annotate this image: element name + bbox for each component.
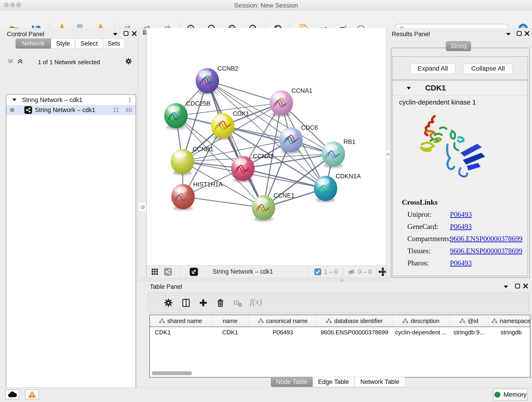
crosslink-link[interactable]: 9606.ENSP00000378699 — [450, 235, 522, 243]
add-column-icon[interactable] — [198, 298, 208, 308]
cell-namespace[interactable]: stringdb — [488, 329, 530, 336]
network-list: String Network – cdk1 1 String Network –… — [6, 95, 136, 402]
function-builder-icon: f(x) — [250, 297, 262, 307]
crosslink-label: Compartments: — [407, 235, 451, 243]
node-CCNB2[interactable] — [196, 68, 219, 95]
tab-network-table[interactable]: Network Table — [355, 377, 405, 387]
show-columns-icon[interactable] — [181, 298, 191, 308]
table-settings-gear-icon[interactable] — [163, 298, 173, 308]
table-horizontal-scrollbar[interactable] — [152, 371, 192, 375]
delete-column-trash-icon[interactable] — [215, 298, 225, 308]
gene-expander-icon[interactable] — [406, 87, 411, 90]
cell-shared-name[interactable]: CDK1 — [150, 329, 211, 336]
tab-node-table[interactable]: Node Table — [271, 377, 312, 387]
gene-symbol: CDK1 — [425, 84, 446, 92]
node-CDKN1A[interactable] — [314, 176, 337, 202]
gene-section-header[interactable]: CDK1 — [393, 81, 527, 96]
control-panel: Control Panel NetworkStyleSelectSets 1 o… — [0, 28, 138, 387]
panel-float-icon[interactable] — [123, 31, 129, 36]
network-collection-row[interactable]: String Network – cdk1 1 — [6, 95, 136, 105]
grid-view-icon[interactable] — [152, 269, 158, 275]
results-gene-section: CDK1 cyclin-dependent kinase 1 — [392, 80, 528, 276]
window-title: Session: New Session — [0, 2, 532, 9]
panel-close-icon[interactable] — [132, 31, 137, 36]
cloud-button[interactable] — [5, 389, 19, 400]
network-row-selected[interactable]: String Network – cdk1 11 48 — [6, 105, 136, 115]
crosslink-label: Pharos: — [407, 259, 429, 267]
column-header-canonical-name[interactable]: canonical name — [249, 315, 317, 327]
detach-view-icon[interactable] — [190, 268, 198, 277]
node-label-RB1: RB1 — [343, 138, 355, 145]
panel-close-icon[interactable] — [524, 31, 530, 36]
left-splitter-handle[interactable] — [138, 203, 147, 211]
table-row[interactable]: CDK1CDK1P064939606.ENSP00000378699cyclin… — [150, 327, 530, 338]
network-graph[interactable]: CCNB2CCNA1CDC25BCDK1CDC6RB1CCNB1CCNA2CDK… — [147, 28, 386, 265]
cell-canonical-name[interactable]: P06493 — [249, 329, 317, 336]
crosslink-link[interactable]: P06493 — [450, 223, 472, 231]
table-panel: Table Panel — [138, 282, 532, 387]
cloud-icon — [8, 391, 17, 398]
crosslink-link[interactable]: 9606.ENSP00000378699 — [450, 247, 522, 255]
collapse-all-button[interactable]: Collapse All — [463, 64, 513, 74]
titlebar: Session: New Session — [0, 0, 532, 10]
control-panel-title: Control Panel — [7, 31, 44, 38]
tab-select[interactable]: Select — [75, 38, 103, 49]
window-status-bar: Memory — [0, 387, 532, 402]
warnings-button[interactable] — [25, 389, 39, 400]
network-edge-count: 48 — [125, 107, 132, 114]
cell-database-identifier[interactable]: 9606.ENSP00000378699 — [317, 329, 392, 336]
network-canvas[interactable]: CCNB2CCNA1CDC25BCDK1CDC6RB1CCNB1CCNA2CDK… — [147, 28, 386, 265]
column-header-shared-name[interactable]: shared name — [150, 315, 211, 327]
cell--id[interactable]: stringdb:9... — [450, 329, 488, 336]
node-label-CCNE1: CCNE1 — [273, 192, 295, 199]
tab-string[interactable]: String — [446, 41, 471, 51]
column-header-namespace[interactable]: namespace — [488, 315, 530, 327]
birds-eye-view-icon[interactable] — [164, 268, 172, 277]
control-panel-tabs: NetworkStyleSelectSets — [16, 38, 125, 49]
cell-name[interactable]: CDK1 — [211, 329, 249, 336]
node-CCNA1[interactable] — [270, 90, 293, 117]
tab-edge-table[interactable]: Edge Table — [312, 377, 355, 387]
collection-expander-icon[interactable] — [12, 98, 17, 101]
table-toolbar: f(x) — [148, 293, 529, 313]
memory-button[interactable]: Memory — [493, 389, 528, 401]
memory-status-dot-icon — [494, 391, 500, 398]
crosslink-link[interactable]: P06493 — [450, 211, 472, 219]
hidden-eye-icon[interactable] — [347, 268, 355, 276]
panel-menu-icon[interactable] — [113, 32, 118, 36]
node-CDK1[interactable] — [211, 113, 234, 140]
node-CCNE1[interactable] — [252, 195, 275, 222]
tab-network[interactable]: Network — [16, 38, 51, 49]
panel-menu-icon[interactable] — [506, 32, 511, 36]
node-CCNA2[interactable] — [231, 156, 254, 182]
column-header--id[interactable]: @id — [450, 315, 488, 327]
tab-sets[interactable]: Sets — [103, 38, 125, 49]
current-network-dot-icon — [10, 108, 15, 113]
crosslink-link[interactable]: P06493 — [450, 259, 472, 267]
node-table[interactable]: shared namenamecanonical namedatabase id… — [149, 315, 530, 377]
column-header-name[interactable]: name — [211, 315, 249, 327]
selected-checkbox-icon[interactable] — [314, 268, 321, 276]
node-CDC25B[interactable] — [164, 103, 188, 130]
network-options-gear-icon[interactable] — [125, 57, 133, 65]
hidden-counts: 0 – 0 — [358, 268, 372, 275]
panel-float-icon[interactable] — [516, 31, 522, 36]
tab-style[interactable]: Style — [51, 38, 75, 49]
panel-menu-icon[interactable] — [503, 285, 508, 288]
network-name: String Network – cdk1 — [35, 107, 95, 114]
node-label-CCNA1: CCNA1 — [291, 87, 312, 94]
statusbar-separator — [181, 268, 181, 276]
panel-float-icon[interactable] — [515, 283, 520, 289]
crosslinks-title: CrossLinks — [402, 198, 438, 206]
column-header-database-identifier[interactable]: database identifier — [317, 315, 392, 327]
node-CCNB1[interactable] — [171, 149, 194, 175]
results-panel: Results Panel String Expand All Collapse… — [390, 28, 532, 282]
memory-label: Memory — [503, 391, 526, 398]
node-RB1[interactable] — [322, 141, 345, 168]
cell-description[interactable]: cyclin-dependent ... — [392, 329, 450, 336]
column-header-description[interactable]: description — [392, 315, 450, 327]
right-splitter[interactable] — [386, 28, 390, 278]
expand-all-button[interactable]: Expand All — [410, 64, 455, 74]
panel-close-icon[interactable] — [523, 283, 528, 289]
node-HIST1H1A[interactable] — [171, 184, 195, 211]
